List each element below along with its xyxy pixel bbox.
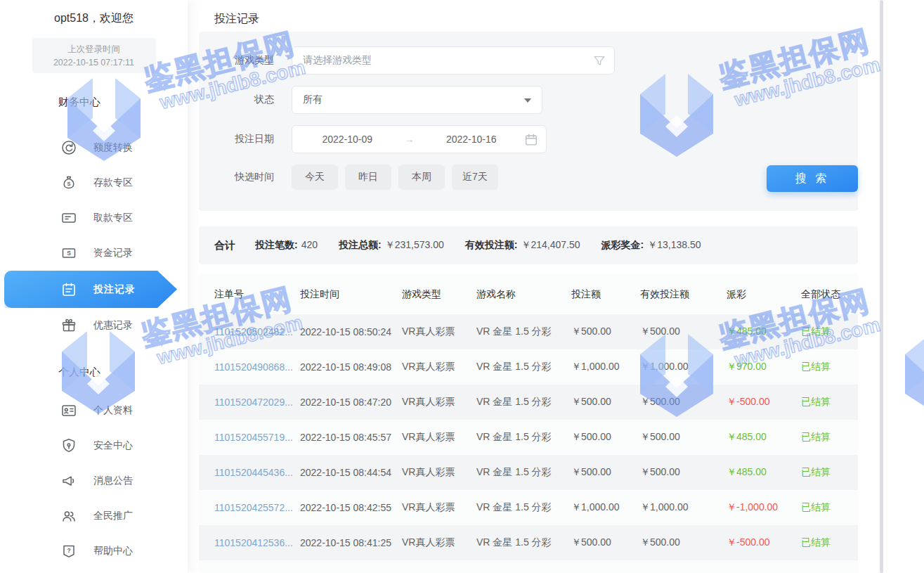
sidebar-item-label: 个人资料 [93, 404, 133, 417]
order-id-link[interactable]: 1101520490868... [214, 361, 300, 373]
valid-bet-cell: ￥500.00 [640, 536, 727, 549]
bet-records-table: 注单号 投注时间 游戏类型 游戏名称 投注额 有效投注额 派彩 全部状态 110… [199, 274, 858, 573]
sidebar-item-quota-transfer[interactable]: 额度转换 [0, 130, 188, 165]
game-type-cell: VR真人彩票 [402, 396, 476, 408]
table-row: 1101520412536... 2022-10-15 08:41:25 VR真… [199, 525, 858, 560]
sidebar-item-deposit[interactable]: S 存款专区 [0, 165, 188, 200]
status-value: 所有 [303, 94, 323, 106]
game-type-cell: VR真人彩票 [402, 466, 476, 479]
summary-value: ￥214,407.50 [521, 239, 580, 250]
valid-bet-cell: ￥500.00 [640, 431, 727, 444]
calendar-icon [523, 132, 539, 150]
table-row: 1101520455719... 2022-10-15 08:45:57 VR真… [199, 420, 858, 455]
game-type-cell: VR真人彩票 [402, 431, 476, 444]
help-icon: ? [60, 543, 77, 560]
bet-amount-cell: ￥1,000.00 [571, 361, 640, 373]
game-name-cell: VR 金星 1.5 分彩 [476, 326, 571, 338]
section-title-personal: 个人中心 [58, 366, 188, 379]
status-label: 状态 [199, 94, 274, 106]
col-bet-time: 投注时间 [300, 288, 402, 301]
funnel-filter-icon[interactable] [592, 53, 607, 71]
bet-time-cell: 2022-10-15 08:50:24 [300, 326, 402, 337]
payout-cell: ￥485.00 [727, 466, 801, 479]
game-type-select[interactable]: 请选择游戏类型 [292, 46, 615, 75]
sidebar-item-label: 额度转换 [93, 141, 133, 154]
summary-label: 投注笔数: [255, 239, 298, 250]
bet-time-cell: 2022-10-15 08:42:55 [300, 502, 402, 513]
summary-value: 420 [301, 239, 318, 250]
gift-icon [60, 317, 77, 334]
game-type-label: 游戏类型 [199, 54, 274, 67]
main-content: 投注记录 游戏类型 请选择游戏类型 状态 所有 投注日期 2022-10-09 … [188, 0, 924, 573]
summary-bet-total: 投注总额:￥231,573.00 [339, 239, 444, 252]
quick-btn-this-week[interactable]: 本周 [398, 165, 445, 190]
payout-cell: ￥-500.00 [727, 396, 801, 408]
status-badge: 已结算 [801, 361, 850, 373]
summary-label: 有效投注额: [465, 239, 518, 250]
bet-amount-cell: ￥500.00 [571, 431, 640, 444]
date-range-picker[interactable]: 2022-10-09 → 2022-10-16 [292, 125, 547, 153]
game-name-cell: VR 金星 1.5 分彩 [476, 431, 571, 444]
order-id-link[interactable]: 1101520472029... [214, 397, 300, 408]
user-greeting: opt518，欢迎您 [0, 11, 188, 26]
order-id-link[interactable]: 1101520412536... [214, 537, 300, 548]
date-start-value[interactable]: 2022-10-09 [299, 134, 396, 145]
quick-btn-yesterday[interactable]: 昨日 [345, 165, 391, 190]
deposit-bag-icon: S [60, 174, 77, 191]
valid-bet-cell: ￥1,000.00 [640, 361, 727, 373]
sidebar-item-label: 存款专区 [93, 176, 133, 189]
summary-payout: 派彩奖金:￥13,138.50 [601, 239, 701, 252]
col-game-type: 游戏类型 [402, 288, 476, 301]
svg-text:?: ? [67, 547, 70, 554]
funds-record-icon: S [60, 245, 77, 262]
game-type-cell: VR真人彩票 [402, 361, 476, 373]
sidebar-item-label: 资金记录 [93, 247, 133, 259]
col-bet-amount: 投注额 [571, 288, 640, 301]
vertical-scrollbar[interactable] [880, 0, 883, 573]
bet-amount-cell: ￥500.00 [571, 466, 640, 479]
profile-card-icon [60, 402, 77, 419]
sidebar-item-label: 安全中心 [93, 439, 133, 452]
status-badge: 已结算 [801, 396, 850, 408]
promotion-people-icon [60, 508, 77, 524]
col-payout: 派彩 [727, 288, 801, 301]
order-id-link[interactable]: 1101520455719... [214, 432, 300, 443]
bet-record-calendar-icon [60, 281, 77, 298]
sidebar-item-bet-record[interactable]: 投注记录 [0, 271, 188, 308]
quick-btn-today[interactable]: 今天 [292, 165, 338, 190]
payout-cell: ￥485.00 [727, 431, 801, 444]
status-select[interactable]: 所有 [292, 86, 542, 114]
table-row: 1101520425572... 2022-10-15 08:42:55 VR真… [199, 490, 858, 525]
order-id-link[interactable]: 1101520445436... [214, 467, 300, 478]
payout-cell: ￥-1,000.00 [727, 501, 801, 514]
sidebar-item-help[interactable]: ? 帮助中心 [0, 534, 188, 569]
chevron-down-icon [524, 98, 531, 103]
filter-panel: 游戏类型 请选择游戏类型 状态 所有 投注日期 2022-10-09 → 202… [199, 32, 858, 211]
sidebar-item-promo-record[interactable]: 优惠记录 [0, 308, 188, 343]
sidebar-item-funds-record[interactable]: S 资金记录 [0, 236, 188, 271]
game-type-cell: VR真人彩票 [402, 501, 476, 514]
summary-total-label: 合计 [214, 239, 235, 252]
bet-time-cell: 2022-10-15 08:47:20 [300, 397, 402, 408]
payout-cell: ￥-500.00 [727, 536, 801, 549]
section-title-finance: 财务中心 [58, 96, 188, 109]
col-valid-bet: 有效投注额 [640, 288, 727, 301]
sidebar-item-announcements[interactable]: 消息公告 [0, 463, 188, 498]
search-button[interactable]: 搜 索 [767, 165, 858, 192]
table-row: 1101520472029... 2022-10-15 08:47:20 VR真… [199, 385, 858, 420]
order-id-link[interactable]: 1101520425572... [214, 502, 300, 513]
status-badge: 已结算 [801, 466, 850, 479]
summary-bar: 合计 投注笔数:420 投注总额:￥231,573.00 有效投注额:￥214,… [199, 226, 858, 264]
date-end-value[interactable]: 2022-10-16 [424, 134, 520, 145]
order-id-link[interactable]: 1101520502482... [214, 326, 300, 337]
sidebar-item-profile[interactable]: 个人资料 [0, 393, 188, 428]
sidebar-item-withdraw[interactable]: 取款专区 [0, 200, 188, 236]
refresh-icon [60, 139, 77, 156]
sidebar-item-security[interactable]: 安全中心 [0, 428, 188, 463]
game-name-cell: VR 金星 1.5 分彩 [476, 361, 571, 373]
quick-btn-last-7-days[interactable]: 近7天 [452, 165, 498, 190]
table-header-row: 注单号 投注时间 游戏类型 游戏名称 投注额 有效投注额 派彩 全部状态 [199, 274, 858, 314]
game-type-cell: VR真人彩票 [402, 536, 476, 549]
sidebar-item-promotion[interactable]: 全民推广 [0, 498, 188, 534]
game-type-cell: VR真人彩票 [402, 326, 476, 338]
